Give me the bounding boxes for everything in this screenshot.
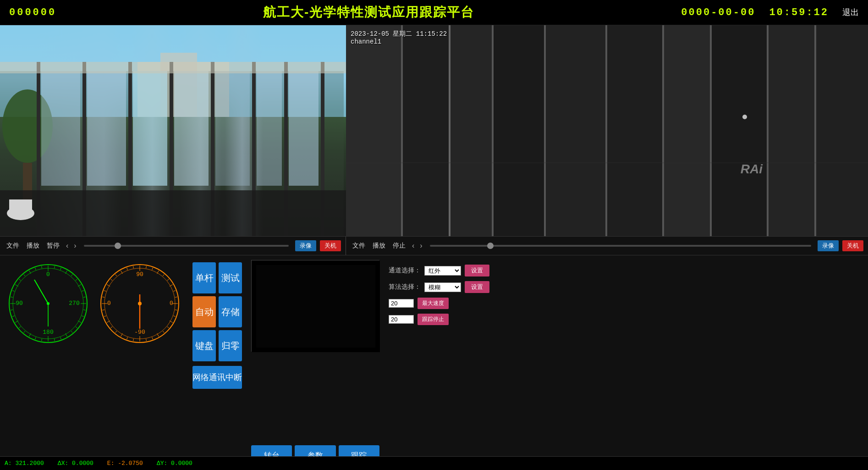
track-stop-button[interactable]: 跟踪停止 — [418, 314, 449, 325]
scene-left-bg — [0, 25, 346, 236]
single-pole-button[interactable]: 单杆 — [192, 262, 216, 293]
video-right-overlay: 2023-12-05 星期二 11:15:22 channel1 — [351, 30, 447, 45]
svg-rect-36 — [607, 25, 662, 236]
video-right-channel: channel1 — [351, 38, 447, 45]
right-record-button[interactable]: 录像 — [818, 240, 839, 251]
bottom-panel: 单杆 测试 自动 存储 键盘 归零 网络通讯中断 转台 参数 — [0, 255, 868, 470]
header-date: 0000-00-00 — [681, 7, 755, 18]
speed-row-1: 最大速度 — [389, 298, 863, 309]
green-gauge-wrap — [5, 260, 92, 347]
algo-set-button[interactable]: 设置 — [465, 281, 489, 293]
auto-button[interactable]: 自动 — [192, 296, 216, 327]
tracking-video-preview — [251, 260, 379, 352]
speed-input-2[interactable] — [389, 315, 414, 324]
video-right-date: 2023-12-05 星期二 11:15:22 — [351, 30, 447, 38]
video-right: 2023-12-05 星期二 11:15:22 channel1 RAi — [346, 25, 868, 236]
status-bar: A: 321.2000 ΔX: 0.0000 E: -2.0750 ΔY: 0.… — [0, 456, 868, 470]
left-progress-slider[interactable] — [84, 245, 289, 247]
left-slider-thumb — [115, 243, 121, 249]
gauges-section — [5, 260, 183, 465]
svg-rect-44 — [816, 25, 868, 236]
channel-set-button[interactable]: 设置 — [465, 265, 489, 276]
network-interrupt-button[interactable]: 网络通讯中断 — [192, 366, 242, 389]
test-button[interactable]: 测试 — [219, 262, 242, 293]
right-slider-thumb — [487, 243, 494, 249]
left-off-button[interactable]: 关机 — [320, 240, 341, 251]
left-next-button[interactable]: › — [73, 242, 77, 250]
svg-rect-18 — [215, 71, 250, 186]
right-stop-button[interactable]: 停止 — [391, 241, 407, 251]
svg-rect-33 — [544, 25, 546, 236]
header-time: 10:59:12 — [769, 7, 829, 18]
ctrl-row-3: 键盘 归零 — [192, 330, 242, 361]
svg-rect-16 — [133, 71, 167, 186]
rai-label: RAi — [741, 162, 763, 177]
orange-gauge-wrap — [96, 260, 183, 347]
tracking-video-svg — [252, 260, 380, 352]
svg-rect-27 — [401, 25, 403, 236]
led-left: 000000 — [9, 7, 56, 18]
svg-rect-42 — [769, 25, 814, 236]
svg-rect-48 — [256, 265, 375, 348]
svg-rect-39 — [710, 25, 712, 236]
svg-rect-15 — [87, 71, 126, 186]
svg-rect-17 — [174, 71, 209, 186]
header-left: 000000 — [9, 7, 56, 18]
svg-rect-29 — [449, 25, 450, 236]
status-ax-label: ΔX: 0.0000 — [58, 460, 93, 467]
status-ax-value: 0.0000 — [72, 460, 93, 467]
svg-rect-32 — [494, 25, 544, 236]
speed-input-1[interactable] — [389, 299, 414, 308]
max-speed-button[interactable]: 最大速度 — [418, 298, 449, 309]
exit-button[interactable]: 退出 — [842, 7, 859, 18]
ctrl-section-right: 文件 播放 停止 ‹ › 录像 关机 — [346, 237, 868, 255]
channel-select[interactable]: 红外 — [424, 266, 461, 276]
svg-rect-30 — [450, 25, 492, 236]
video-area: 2023-12-05 星期二 11:15:22 channel1 RAi — [0, 25, 868, 236]
ctrl-section-left: 文件 播放 暂停 ‹ › 录像 关机 — [0, 237, 346, 255]
ctrl-row-2: 自动 存储 — [192, 296, 242, 327]
status-e-label: E: -2.0750 — [107, 460, 143, 467]
green-gauge-canvas — [5, 260, 92, 347]
svg-rect-19 — [257, 71, 282, 186]
svg-rect-22 — [0, 62, 346, 73]
speed-row-2: 跟踪停止 — [389, 314, 863, 325]
svg-rect-34 — [546, 25, 605, 236]
right-progress-slider[interactable] — [430, 245, 811, 247]
left-pause-button[interactable]: 暂停 — [45, 241, 61, 251]
left-play-button[interactable]: 播放 — [25, 241, 41, 251]
tracking-controls: 通道选择： 红外 设置 算法选择： 模糊 设置 最大速度 — [384, 260, 863, 465]
algo-select[interactable]: 模糊 — [424, 282, 461, 292]
channel-label: 通道选择： — [389, 266, 421, 275]
zero-button[interactable]: 归零 — [219, 330, 242, 361]
algo-row: 算法选择： 模糊 设置 — [389, 281, 863, 293]
right-file-button[interactable]: 文件 — [351, 241, 367, 251]
right-next-button[interactable]: › — [419, 242, 423, 250]
orange-gauge-canvas — [96, 260, 183, 347]
keyboard-button[interactable]: 键盘 — [192, 330, 216, 361]
svg-rect-38 — [664, 25, 710, 236]
svg-rect-43 — [814, 25, 816, 236]
right-off-button[interactable]: 关机 — [842, 240, 863, 251]
svg-rect-35 — [605, 25, 607, 236]
left-record-button[interactable]: 录像 — [295, 240, 316, 251]
status-ay-value: 0.0000 — [171, 460, 192, 467]
header-title: 航工大-光学特性测试应用跟踪平台 — [56, 4, 681, 21]
store-button[interactable]: 存储 — [219, 296, 242, 327]
svg-rect-41 — [767, 25, 769, 236]
svg-rect-40 — [712, 25, 767, 236]
scene-left-svg — [0, 25, 346, 236]
svg-point-45 — [742, 115, 747, 119]
svg-rect-28 — [403, 25, 449, 236]
status-ay-label: ΔY: 0.0000 — [157, 460, 192, 467]
svg-rect-21 — [0, 190, 346, 236]
right-prev-button[interactable]: ‹ — [411, 242, 415, 250]
header: 000000 航工大-光学特性测试应用跟踪平台 0000-00-00 10:59… — [0, 0, 868, 25]
svg-rect-20 — [289, 71, 319, 186]
status-a-value: 321.2000 — [15, 460, 44, 467]
left-prev-button[interactable]: ‹ — [65, 242, 69, 250]
svg-rect-37 — [662, 25, 664, 236]
right-play-button[interactable]: 播放 — [371, 241, 387, 251]
left-file-button[interactable]: 文件 — [5, 241, 21, 251]
algo-label: 算法选择： — [389, 283, 421, 291]
